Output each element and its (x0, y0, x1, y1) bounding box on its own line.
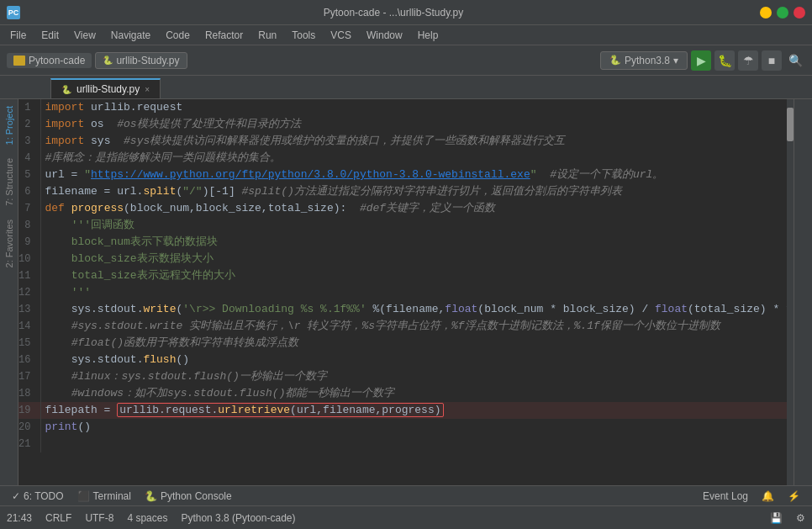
highlighted-expression: urllib.request.urlretrieve(url,filename,… (117, 403, 443, 417)
table-row: 15 #float()函数用于将数和字符串转换成浮点数 (18, 335, 787, 352)
python-console-icon: 🐍 (145, 490, 157, 502)
close-button[interactable] (794, 7, 805, 19)
menu-item-view[interactable]: View (67, 28, 103, 43)
table-row: 10 block_size表示数据块大小 (18, 251, 787, 267)
window-controls[interactable] (760, 7, 805, 19)
table-row: 21 (18, 436, 787, 452)
line-content: import urllib.request (41, 99, 787, 116)
line-content: total_size表示远程文件的大小 (41, 267, 787, 284)
file-tab-close[interactable]: × (145, 85, 150, 94)
table-row: 6 filename = url.split("/")[-1] #split()… (18, 183, 787, 200)
table-row: 11 total_size表示远程文件的大小 (18, 267, 787, 284)
run-button[interactable]: ▶ (691, 50, 711, 71)
scroll-thumb[interactable] (787, 108, 794, 141)
stop-icon: ■ (768, 54, 775, 67)
sidebar-item-favorites[interactable]: 2: Favorites (2, 213, 17, 274)
debug-button[interactable]: 🐛 (714, 50, 735, 71)
python-version-selector[interactable]: 🐍 Python3.8 ▾ (600, 51, 688, 70)
menu-item-help[interactable]: Help (411, 28, 446, 43)
menu-item-file[interactable]: File (3, 28, 33, 43)
status-hdd-icon: 💾 (770, 512, 783, 524)
file-breadcrumb[interactable]: 🐍 urllib-Study.py (95, 52, 187, 69)
status-indent[interactable]: 4 spaces (127, 512, 167, 524)
minimize-button[interactable] (760, 7, 772, 19)
status-settings-icon[interactable]: ⚙ (796, 512, 805, 524)
status-python-info[interactable]: Python 3.8 (Pytoon-cade) (181, 512, 295, 524)
line-content: block_size表示数据块大小 (41, 251, 787, 267)
coverage-icon: ☂ (743, 54, 754, 67)
project-selector[interactable]: Pytoon-cade (7, 53, 92, 68)
folder-icon (13, 56, 25, 66)
scrollbar[interactable] (787, 99, 794, 485)
line-content (41, 436, 787, 452)
menu-bar: FileEditViewNavigateCodeRefactorRunTools… (0, 25, 812, 45)
line-content: sys.stdout.flush() (41, 352, 787, 368)
todo-button[interactable]: ✓ 6: TODO (7, 489, 69, 504)
search-button[interactable]: 🔍 (785, 50, 805, 71)
line-content: print() (41, 419, 787, 436)
status-position[interactable]: 21:43 (7, 512, 32, 524)
menu-item-window[interactable]: Window (360, 28, 409, 43)
search-icon: 🔍 (788, 54, 803, 67)
editor-area: 1 import urllib.request 2 import os #os模… (18, 99, 787, 485)
right-panel-tabs (794, 99, 812, 485)
table-row: 13 sys.stdout.write('\r>> Downloading %s… (18, 301, 787, 318)
table-row: 20 print() (18, 419, 787, 436)
title-bar: PC Pytoon-cade - ...\urllib-Study.py (0, 0, 812, 25)
run-icon: ▶ (697, 54, 706, 67)
line-content: '''回调函数 (41, 217, 787, 234)
table-row: 18 #windows：如不加sys.stdout.flush()都能一秒输出一… (18, 385, 787, 402)
event-log-button[interactable]: Event Log (698, 489, 753, 504)
coverage-button[interactable]: ☂ (738, 50, 758, 71)
line-content: sys.stdout.write('\r>> Downloading %s %.… (41, 301, 787, 318)
python-file-icon: 🐍 (103, 56, 113, 65)
sidebar-item-structure[interactable]: 7: Structure (2, 151, 17, 213)
line-number: 8 (18, 217, 41, 234)
table-row: 2 import os #os模块提供了处理文件和目录的方法 (18, 116, 787, 133)
notifications-icon[interactable]: 🔔 (757, 489, 779, 504)
table-row: 16 sys.stdout.flush() (18, 352, 787, 368)
menu-item-navigate[interactable]: Navigate (104, 28, 157, 43)
sidebar-item-project[interactable]: 1: Project (2, 99, 17, 151)
line-number: 4 (18, 150, 41, 167)
line-content: block_num表示下载的数据块 (41, 234, 787, 251)
python-console-button[interactable]: 🐍 Python Console (140, 489, 237, 504)
python-console-label: Python Console (161, 490, 232, 502)
table-row: 7 def progress(block_num,block_size,tota… (18, 200, 787, 217)
status-bar: 21:43 CRLF UTF-8 4 spaces Python 3.8 (Py… (0, 505, 812, 529)
file-tab-active[interactable]: 🐍 urllib-Study.py × (50, 78, 161, 98)
code-editor[interactable]: 1 import urllib.request 2 import os #os模… (18, 99, 787, 485)
line-number: 3 (18, 133, 41, 150)
maximize-button[interactable] (777, 7, 788, 19)
menu-item-tools[interactable]: Tools (285, 28, 322, 43)
menu-item-code[interactable]: Code (159, 28, 197, 43)
line-number: 16 (18, 352, 41, 368)
table-row: 1 import urllib.request (18, 99, 787, 116)
terminal-button[interactable]: ⬛ Terminal (72, 489, 136, 504)
line-number: 15 (18, 335, 41, 352)
line-content: import os #os模块提供了处理文件和目录的方法 (41, 116, 787, 133)
table-row: 4 #库概念：是指能够解决同一类问题模块的集合。 (18, 150, 787, 167)
power-save-icon[interactable]: ⚡ (783, 489, 805, 504)
stop-button[interactable]: ■ (762, 50, 782, 71)
menu-item-edit[interactable]: Edit (34, 28, 66, 43)
table-row: 14 #sys.stdout.write 实时输出且不换行，\r 转义字符，%s… (18, 318, 787, 335)
file-breadcrumb-name: urllib-Study.py (116, 55, 179, 66)
status-line-ending[interactable]: CRLF (45, 512, 71, 524)
line-number: 1 (18, 99, 41, 116)
line-content: url = "https://www.python.org/ftp/python… (41, 167, 787, 183)
line-number: 5 (18, 167, 41, 183)
event-log-label: Event Log (703, 490, 748, 502)
menu-item-vcs[interactable]: VCS (324, 28, 358, 43)
line-number: 18 (18, 385, 41, 402)
window-title: Pytoon-cade - ...\urllib-Study.py (27, 7, 760, 19)
line-number: 17 (18, 368, 41, 385)
menu-item-refactor[interactable]: Refactor (198, 28, 250, 43)
file-tabs: 🐍 urllib-Study.py × (0, 76, 812, 99)
file-tab-py-icon: 🐍 (61, 85, 71, 94)
line-number: 6 (18, 183, 41, 200)
todo-label: 6: TODO (24, 490, 64, 502)
status-encoding[interactable]: UTF-8 (85, 512, 113, 524)
file-tab-name: urllib-Study.py (76, 83, 140, 95)
menu-item-run[interactable]: Run (251, 28, 283, 43)
